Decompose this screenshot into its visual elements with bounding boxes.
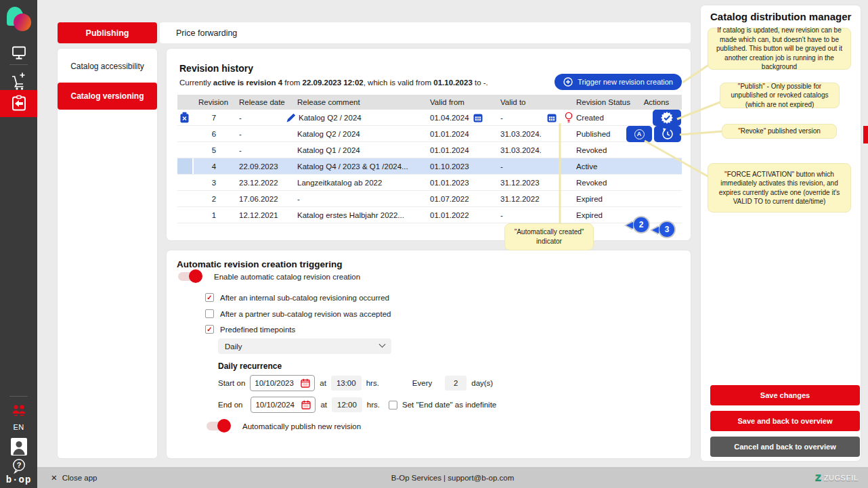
indefinite-checkbox[interactable] xyxy=(389,401,397,409)
delete-revision-icon[interactable] xyxy=(177,110,194,125)
valid-from-calendar-icon[interactable] xyxy=(473,113,483,123)
note-revoke-explanation: "Revoke" published version xyxy=(722,124,837,139)
col-revision: Revision xyxy=(194,98,234,106)
subtitle-part-bold: 22.09.2023 12:02 xyxy=(303,79,364,87)
force-activation-button[interactable]: A xyxy=(626,126,652,142)
cell-actions xyxy=(631,191,682,206)
checkbox-partner[interactable] xyxy=(205,309,214,318)
cell-valid-from: 01.07.2022 xyxy=(425,191,496,206)
cell-valid-to: 31.12.2022 xyxy=(496,191,571,206)
cell-release-date: 12.12.2021 xyxy=(234,207,292,223)
publish-revision-button[interactable] xyxy=(653,110,681,126)
start-time-input[interactable]: 13:00 xyxy=(331,376,362,391)
indefinite-label: Set "End date" as indefinite xyxy=(402,401,496,409)
force-activation-a-icon: A xyxy=(634,129,645,139)
every-label: Every xyxy=(412,379,432,387)
checkbox-internal[interactable]: ✓ xyxy=(205,293,214,302)
table-row-revision-2[interactable]: 2 17.06.2022 - 01.07.2022 31.12.2022 Exp… xyxy=(177,191,682,207)
table-row-revision-5[interactable]: 5 - Katalog Q1 / 2024 01.01.2024 31.03.2… xyxy=(177,142,682,158)
note-publish-explanation: "Publish" - Only possible for unpublishe… xyxy=(720,83,840,108)
cell-comment: Langzeitkatalog ab 2022 xyxy=(292,175,425,190)
subtitle-part-bold: active is revision 4 xyxy=(213,79,282,87)
checkbox-predefined-label: Predefined timepoints xyxy=(220,326,295,334)
cell-release-date: - xyxy=(234,126,292,141)
frequency-select[interactable]: Daily xyxy=(218,338,391,354)
tab-publishing[interactable]: Publishing xyxy=(58,22,157,43)
cell-valid-to: - xyxy=(496,110,571,125)
cell-spacer xyxy=(177,207,194,223)
enable-auto-row: Enable automatic catalog revision creati… xyxy=(178,272,360,281)
sidebar-item-monitor[interactable] xyxy=(0,39,37,66)
catalog-distribution-manager-app: EN ? b·op Publishing Price forwarding xyxy=(0,0,868,488)
subtitle-part: to -. xyxy=(473,79,488,87)
cell-status: Expired xyxy=(571,191,631,206)
app-sidebar: EN ? b·op xyxy=(0,0,37,488)
tab-price-forwarding-label: Price forwarding xyxy=(176,28,237,38)
sidebar-item-users[interactable] xyxy=(0,401,37,420)
users-red-icon xyxy=(10,403,28,417)
subtitle-part-bold: 01.10.2023 xyxy=(433,79,473,87)
subtitle-part: , which is valid from xyxy=(364,79,434,87)
hrs-label: hrs. xyxy=(366,379,379,387)
cell-valid-from: 01.01.2023 xyxy=(425,175,496,190)
cell-valid-to: 31.03.2024. xyxy=(496,126,571,141)
cell-valid-to: - xyxy=(496,158,571,174)
col-release-date: Release date xyxy=(234,98,292,106)
cell-status: Created xyxy=(571,110,631,125)
col-release-comment: Release comment xyxy=(292,98,425,106)
sidebar-item-catalog-active[interactable] xyxy=(0,90,37,117)
start-on-label: Start on xyxy=(218,379,245,387)
cell-revision: 1 xyxy=(194,207,234,223)
checkbox-internal-label: After an internal sub-catalog revisionin… xyxy=(220,294,389,302)
edit-comment-icon[interactable] xyxy=(286,113,296,123)
subtitle-part: from xyxy=(282,79,302,87)
cancel-back-button[interactable]: Cancel and back to overview xyxy=(710,437,860,457)
hrs-label: hrs. xyxy=(367,401,380,409)
cell-status: Revoked xyxy=(571,175,631,190)
auto-revision-card: Automatic revision creation triggering E… xyxy=(167,250,691,458)
save-back-button[interactable]: Save and back to overview xyxy=(710,411,860,431)
valid-to-calendar-icon[interactable] xyxy=(547,113,557,123)
revision-table-header: Revision Release date Release comment Va… xyxy=(177,95,682,110)
table-row-revision-7[interactable]: 7 - Katalog Q2 / 2024 01.04.2024 xyxy=(177,110,682,126)
zugseil-logo: Z ZUGSEIL xyxy=(815,472,859,483)
enable-auto-toggle[interactable] xyxy=(178,272,201,281)
zugseil-z-icon: Z xyxy=(815,472,821,483)
interval-input[interactable]: 2 xyxy=(445,376,466,391)
start-time-value: 13:00 xyxy=(337,379,356,387)
auto-publish-toggle[interactable] xyxy=(207,422,230,430)
cell-revision: 4 xyxy=(194,158,234,174)
cell-valid-from: 01.01.2024 xyxy=(425,142,496,158)
table-row-revision-6[interactable]: 6 - Katalog Q2 / 2024 01.01.2024 31.03.2… xyxy=(177,126,682,142)
nav-item-catalog-versioning[interactable]: Catalog versioning xyxy=(58,83,157,110)
sidebar-language-switcher[interactable]: EN xyxy=(0,420,37,435)
end-time-input[interactable]: 12:00 xyxy=(332,397,362,412)
sidebar-item-profile[interactable] xyxy=(0,436,37,458)
cell-actions: A xyxy=(631,126,682,141)
cell-revision: 5 xyxy=(194,142,234,158)
cell-comment: Katalog Q2 / 2024 xyxy=(292,126,425,141)
table-row-revision-4-active[interactable]: 4 22.09.2023 Katalog Q4 / 2023 & Q1 /202… xyxy=(177,158,682,175)
valid-to-text: - xyxy=(500,114,503,122)
footer-support-text: B-Op Services | support@b-op.com xyxy=(37,474,868,482)
table-row-revision-1[interactable]: 1 12.12.2021 Katalog erstes Halbjahr 202… xyxy=(177,207,682,223)
col-valid-to: Valid to xyxy=(496,98,571,106)
cell-valid-from: 01.01.2022 xyxy=(425,207,496,223)
cell-status: Revoked xyxy=(571,142,631,158)
nav-item-catalog-accessibility[interactable]: Catalog accessibility xyxy=(58,53,157,80)
start-date-input[interactable]: 10/10/2023 xyxy=(250,375,315,391)
at-label: at xyxy=(320,379,326,387)
end-date-input[interactable]: 10/10/2024 xyxy=(251,397,316,413)
cell-revision: 2 xyxy=(194,191,234,206)
table-row-revision-3[interactable]: 3 23.12.2022 Langzeitkatalog ab 2022 01.… xyxy=(177,175,682,191)
checkbox-predefined[interactable]: ✓ xyxy=(205,325,214,334)
cell-valid-from: 01.01.2024 xyxy=(425,126,496,141)
cell-status: Expired xyxy=(571,207,631,223)
plus-circle-icon xyxy=(563,77,573,87)
revoke-revision-button[interactable] xyxy=(654,126,681,142)
trigger-new-revision-button[interactable]: Trigger new revision creation xyxy=(555,74,682,90)
cell-status: Published xyxy=(571,126,631,141)
save-changes-button[interactable]: Save changes xyxy=(710,385,860,405)
tab-price-forwarding[interactable]: Price forwarding xyxy=(160,22,691,43)
cell-actions xyxy=(631,158,682,174)
